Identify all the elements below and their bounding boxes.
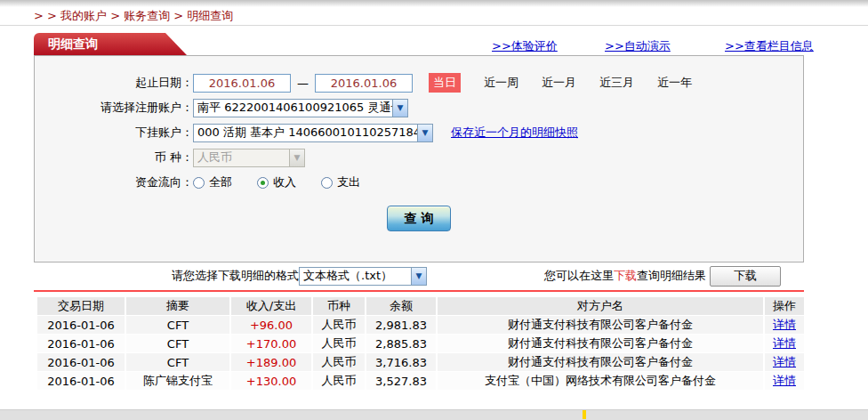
detail-link[interactable]: 详情 bbox=[773, 355, 796, 368]
quick-range-week[interactable]: 近一周 bbox=[484, 75, 518, 91]
sub-account-row: 下挂账户： 000 活期 基本户 1406600101102571848 ▼ 保… bbox=[35, 123, 578, 142]
cell-summary: CFT bbox=[126, 353, 229, 371]
table-top-divider bbox=[34, 290, 804, 292]
end-date-input[interactable] bbox=[315, 74, 413, 93]
download-format-label: 请您选择下载明细的格式 bbox=[172, 268, 299, 284]
detail-link[interactable]: 详情 bbox=[773, 336, 796, 350]
cell-amount: +170.00 bbox=[231, 335, 311, 352]
cell-currency: 人民币 bbox=[313, 316, 365, 334]
chevron-down-icon: ▼ bbox=[392, 100, 407, 117]
sub-account-value: 000 活期 基本户 1406600101102571848 bbox=[194, 125, 417, 141]
top-shade-bar bbox=[0, 0, 868, 7]
cell-summary: 陈广锦支付宝 bbox=[126, 372, 229, 390]
sub-account-label: 下挂账户： bbox=[35, 125, 193, 141]
table-row: 2016-01-06 陈广锦支付宝 +130.00 人民币 3,527.83 支… bbox=[37, 372, 804, 390]
download-hint-link[interactable]: 下载 bbox=[614, 268, 637, 284]
cell-summary: CFT bbox=[126, 316, 229, 334]
cell-date: 2016-01-06 bbox=[37, 316, 125, 334]
cell-counterparty: 财付通支付科技有限公司客户备付金 bbox=[438, 316, 763, 334]
download-format-value: 文本格式（.txt） bbox=[300, 268, 411, 284]
cell-counterparty: 财付通支付科技有限公司客户备付金 bbox=[438, 335, 763, 352]
cell-amount: +96.00 bbox=[231, 316, 311, 334]
currency-select-disabled: 人民币 ▼ bbox=[193, 149, 305, 167]
download-row: 请您选择下载明细的格式 文本格式（.txt） ▼ 您可以在这里 下载 查询明细结… bbox=[34, 264, 804, 287]
header-action: 操作 bbox=[765, 297, 804, 315]
download-hint-prefix: 您可以在这里 bbox=[544, 268, 614, 284]
save-monthly-snapshot-link[interactable]: 保存近一个月的明细快照 bbox=[451, 125, 578, 141]
cell-date: 2016-01-06 bbox=[37, 335, 125, 352]
fund-flow-label: 资金流向： bbox=[35, 174, 193, 190]
cell-balance: 3,716.83 bbox=[366, 353, 436, 371]
header-currency: 币种 bbox=[313, 297, 365, 315]
cell-balance: 3,527.83 bbox=[366, 372, 436, 390]
page: > > 我的账户 > 账务查询 > 明细查询 明细查询 >>体验评价 >>自动演… bbox=[0, 0, 868, 420]
radio-expense-label: 支出 bbox=[337, 174, 360, 190]
quick-range-month[interactable]: 近一月 bbox=[542, 75, 576, 91]
currency-value: 人民币 bbox=[194, 149, 289, 166]
cell-balance: 2,885.83 bbox=[366, 335, 436, 352]
download-hint-suffix: 查询明细结果 bbox=[637, 268, 706, 284]
link-auto-demo[interactable]: >>自动演示 bbox=[605, 38, 671, 54]
registered-account-label: 请选择注册账户： bbox=[35, 100, 193, 116]
registered-account-value: 南平 6222001406100921065 灵通卡 bbox=[194, 100, 392, 116]
chevron-down-icon: ▼ bbox=[417, 125, 432, 141]
query-form-panel: 起止日期： — 当日 近一周 近一月 近三月 近一年 请选择注册账户： 南平 6… bbox=[34, 55, 804, 262]
currency-row: 币 种： 人民币 ▼ bbox=[35, 148, 305, 167]
currency-label: 币 种： bbox=[35, 149, 193, 166]
radio-all-label: 全部 bbox=[209, 174, 232, 190]
fund-flow-row: 资金流向： 全部 收入 支出 bbox=[35, 173, 385, 192]
tab-detail-query: 明细查询 bbox=[34, 33, 187, 55]
download-format-select[interactable]: 文本格式（.txt） ▼ bbox=[299, 267, 427, 286]
cell-amount: +130.00 bbox=[231, 372, 311, 390]
download-hint-group: 您可以在这里 下载 查询明细结果 下载 bbox=[544, 266, 781, 287]
chevron-down-icon: ▼ bbox=[289, 149, 304, 166]
cell-currency: 人民币 bbox=[313, 335, 365, 352]
chevron-down-icon: ▼ bbox=[411, 268, 426, 285]
link-experience-rating[interactable]: >>体验评价 bbox=[492, 38, 558, 54]
radio-expense[interactable] bbox=[321, 177, 333, 189]
date-range-row: 起止日期： — 当日 近一周 近一月 近三月 近一年 bbox=[35, 73, 692, 93]
header-counterparty: 对方户名 bbox=[438, 297, 763, 315]
table-header-row: 交易日期 摘要 收入/支出 币种 余额 对方户名 操作 bbox=[37, 297, 804, 315]
header-balance: 余额 bbox=[366, 297, 436, 315]
link-view-column-info[interactable]: >>查看栏目信息 bbox=[725, 38, 814, 54]
breadcrumb: > > 我的账户 > 账务查询 > 明细查询 bbox=[34, 8, 233, 24]
quick-range-today[interactable]: 当日 bbox=[429, 73, 461, 93]
date-range-label: 起止日期： bbox=[35, 75, 193, 91]
cell-currency: 人民币 bbox=[313, 372, 365, 390]
start-date-input[interactable] bbox=[193, 74, 291, 93]
radio-income[interactable] bbox=[257, 177, 269, 189]
quick-range-year[interactable]: 近一年 bbox=[657, 75, 692, 91]
cell-counterparty: 财付通支付科技有限公司客户备付金 bbox=[438, 353, 763, 371]
detail-link[interactable]: 详情 bbox=[773, 318, 796, 331]
quick-range-quarter[interactable]: 近三月 bbox=[599, 75, 634, 91]
cell-date: 2016-01-06 bbox=[37, 353, 125, 371]
table-row: 2016-01-06 CFT +170.00 人民币 2,885.83 财付通支… bbox=[37, 335, 804, 352]
registered-account-select[interactable]: 南平 6222001406100921065 灵通卡 ▼ bbox=[193, 99, 408, 117]
transaction-table: 交易日期 摘要 收入/支出 币种 余额 对方户名 操作 2016-01-06 C… bbox=[36, 296, 806, 391]
header-amount: 收入/支出 bbox=[231, 297, 311, 315]
detail-link[interactable]: 详情 bbox=[773, 374, 796, 387]
cell-counterparty: 支付宝（中国）网络技术有限公司客户备付金 bbox=[438, 372, 763, 390]
breadcrumb-divider bbox=[0, 25, 868, 26]
table-row: 2016-01-06 CFT +189.00 人民币 3,716.83 财付通支… bbox=[37, 353, 804, 371]
footer-bar bbox=[0, 409, 868, 420]
registered-account-row: 请选择注册账户： 南平 6222001406100921065 灵通卡 ▼ bbox=[35, 98, 408, 117]
cell-currency: 人民币 bbox=[313, 353, 365, 371]
cell-balance: 2,981.83 bbox=[366, 316, 436, 334]
cell-amount: +189.00 bbox=[231, 353, 311, 371]
cell-date: 2016-01-06 bbox=[37, 372, 125, 390]
cell-summary: CFT bbox=[126, 335, 229, 352]
download-button[interactable]: 下载 bbox=[710, 266, 781, 287]
header-summary: 摘要 bbox=[126, 297, 229, 315]
radio-income-label: 收入 bbox=[273, 174, 296, 190]
sub-account-select[interactable]: 000 活期 基本户 1406600101102571848 ▼ bbox=[193, 124, 433, 142]
radio-all[interactable] bbox=[193, 177, 205, 189]
table-row: 2016-01-06 CFT +96.00 人民币 2,981.83 财付通支付… bbox=[37, 316, 804, 334]
footer-yellow-marker bbox=[583, 410, 586, 419]
date-dash: — bbox=[297, 77, 309, 90]
query-button[interactable]: 查 询 bbox=[387, 206, 451, 231]
header-date: 交易日期 bbox=[37, 297, 125, 315]
